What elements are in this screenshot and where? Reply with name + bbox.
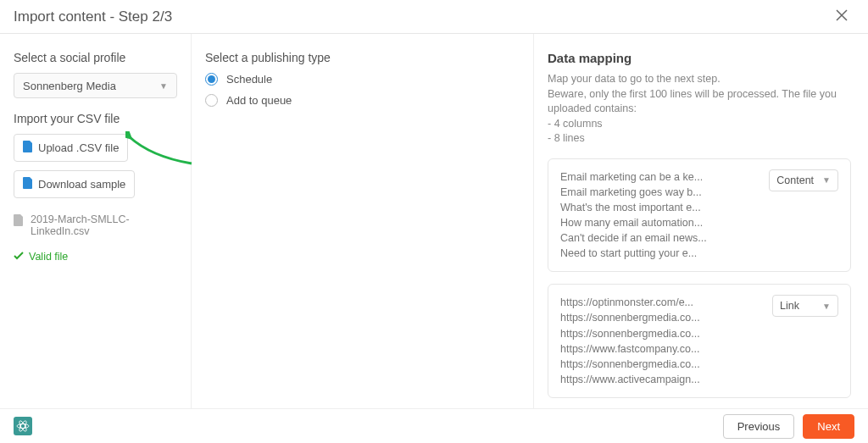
dialog-header: Import content - Step 2/3	[0, 0, 868, 34]
import-label: Import your CSV file	[14, 112, 177, 125]
mapping-card: Email marketing can be a ke...Email mark…	[548, 158, 851, 273]
document-icon	[14, 214, 24, 229]
main-content: Select a social profile Sonnenberg Media…	[0, 34, 868, 408]
mapping-desc: Map your data to go to the next step. Be…	[548, 72, 851, 147]
footer: Previous Next	[0, 408, 868, 443]
radio-icon	[205, 94, 218, 107]
sample-line: Email marketing goes way b...	[560, 185, 759, 200]
close-icon[interactable]	[829, 4, 854, 29]
mapping-card: https://optinmonster.com/e...https://son…	[548, 284, 851, 398]
download-sample-button[interactable]: Download sample	[14, 170, 135, 198]
uploaded-file-name: 2019-March-SMLLC-LinkedIn.csv	[31, 213, 177, 237]
sample-line: Can't decide if an email news...	[560, 230, 759, 246]
footer-left	[14, 417, 32, 435]
sample-line: https://sonnenbergmedia.co...	[560, 310, 762, 325]
sample-line: Need to start putting your e...	[560, 246, 759, 261]
radio-addqueue-label: Add to queue	[226, 94, 292, 107]
chevron-down-icon: ▼	[822, 175, 831, 185]
mapping-select[interactable]: Content▼	[769, 169, 838, 191]
upload-csv-button[interactable]: Upload .CSV file	[14, 134, 128, 162]
sample-line: https://sonnenbergmedia.co...	[560, 357, 762, 372]
file-icon	[23, 141, 33, 155]
mapping-select[interactable]: Link▼	[772, 295, 838, 317]
sample-line: https://www.fastcompany.co...	[560, 341, 762, 357]
mapping-title: Data mapping	[548, 51, 851, 65]
mapping-select-col: Link▼	[772, 295, 838, 317]
sample-line: https://www.activecampaign...	[560, 372, 762, 387]
upload-csv-label: Upload .CSV file	[38, 141, 119, 154]
uploaded-file-row: 2019-March-SMLLC-LinkedIn.csv	[14, 213, 177, 237]
sample-line: What's the most important e...	[560, 200, 759, 215]
profile-label: Select a social profile	[14, 51, 177, 64]
profile-select-value: Sonnenberg Media	[23, 80, 116, 92]
mapping-samples: Email marketing can be a ke...Email mark…	[560, 169, 759, 262]
right-panel: Data mapping Map your data to go to the …	[534, 34, 868, 408]
radio-add-to-queue[interactable]: Add to queue	[205, 94, 520, 107]
previous-button[interactable]: Previous	[723, 414, 795, 439]
app-icon[interactable]	[14, 417, 32, 435]
chevron-down-icon: ▼	[822, 302, 831, 311]
chevron-down-icon: ▼	[159, 81, 168, 91]
next-button[interactable]: Next	[803, 414, 854, 439]
svg-point-1	[17, 424, 29, 429]
download-sample-label: Download sample	[38, 178, 125, 191]
middle-panel: Select a publishing type Schedule Add to…	[192, 34, 534, 408]
valid-file-row: Valid file	[14, 251, 177, 263]
left-panel: Select a social profile Sonnenberg Media…	[0, 34, 192, 408]
sample-line: Email marketing can be a ke...	[560, 169, 759, 185]
mapping-select-label: Link	[780, 300, 799, 312]
mapping-select-col: Content▼	[769, 169, 838, 191]
mapping-desc-lines: - 8 lines	[548, 131, 851, 147]
dialog-title: Import content - Step 2/3	[14, 8, 172, 25]
mapping-cards: Email marketing can be a ke...Email mark…	[548, 158, 851, 409]
radio-icon	[205, 73, 218, 86]
pubtype-label: Select a publishing type	[205, 51, 520, 64]
sample-line: https://optinmonster.com/e...	[560, 295, 762, 310]
valid-file-text: Valid file	[29, 251, 68, 263]
mapping-desc-cols: - 4 columns	[548, 117, 851, 132]
mapping-desc-line: Map your data to go to the next step.	[548, 72, 851, 87]
download-icon	[23, 177, 33, 191]
radio-schedule[interactable]: Schedule	[205, 73, 520, 86]
mapping-select-label: Content	[776, 174, 814, 186]
check-icon	[14, 251, 24, 263]
mapping-samples: https://optinmonster.com/e...https://son…	[560, 295, 762, 387]
footer-right: Previous Next	[723, 414, 854, 439]
sample-line: How many email automation...	[560, 215, 759, 230]
profile-select[interactable]: Sonnenberg Media ▼	[14, 73, 177, 98]
radio-schedule-label: Schedule	[226, 73, 272, 86]
sample-line: https://sonnenbergmedia.co...	[560, 326, 762, 341]
mapping-desc-line: Beware, only the first 100 lines will be…	[548, 87, 851, 117]
